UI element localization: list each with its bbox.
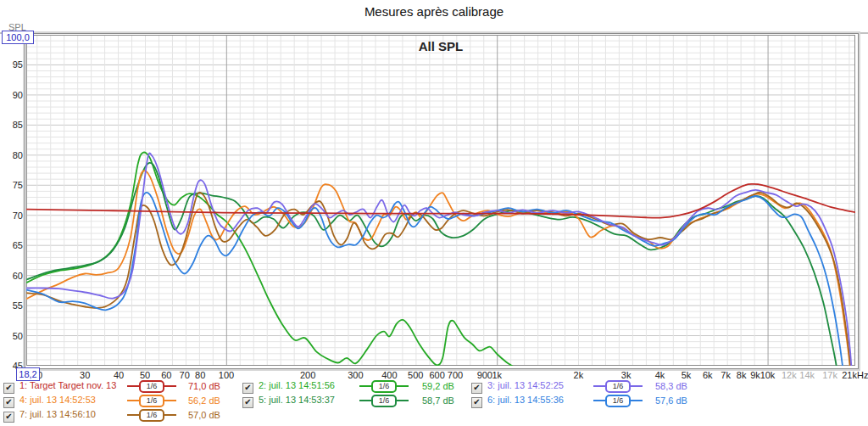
x-tick-label: 9k — [750, 370, 760, 380]
smoothing-badge: 1/6 — [139, 395, 164, 407]
y-tick-label: 65 — [1, 240, 23, 250]
y-tick-label: 80 — [1, 150, 23, 160]
x-tick-label: 60 — [161, 370, 171, 380]
x-tick-label: 700 — [448, 370, 463, 380]
trace-4 — [26, 171, 852, 366]
smoothing-badge: 1/6 — [605, 395, 631, 407]
legend-row: ✔7: juil. 13 14:56:10 — [3, 409, 96, 422]
legend-label: 3: juil. 13 14:52:25 — [487, 380, 564, 390]
legend-label: 7: juil. 13 14:56:10 — [19, 409, 96, 419]
graph-title: All SPL — [26, 39, 855, 53]
y-tick-label: 60 — [1, 271, 23, 281]
x-tick-label: 300 — [348, 370, 363, 380]
y-tick-label: 75 — [1, 180, 23, 190]
page-title: Mesures après calibrage — [0, 4, 868, 19]
y-tick-label: 55 — [1, 300, 23, 311]
x-tick-label: 17k — [822, 370, 837, 380]
legend-value: 58,7 dB — [422, 395, 454, 406]
smoothing-badge: 1/6 — [605, 380, 631, 393]
rew-spl-window: Mesures après calibrage All SPL SPL 100,… — [0, 0, 868, 426]
x-tick-label: 100 — [219, 370, 234, 380]
legend-value: 58,3 dB — [655, 381, 687, 391]
legend-label: 4: juil. 13 14:52:53 — [19, 395, 96, 405]
y-tick-label: 90 — [1, 90, 23, 100]
smoothing-control[interactable]: 1/6 — [593, 395, 643, 407]
legend-label: 5: juil. 13 14:53:37 — [259, 395, 335, 405]
x-tick-label: 200 — [300, 370, 315, 380]
x-tick-label: 10k — [760, 370, 776, 380]
legend-value: 59,2 dB — [422, 381, 454, 391]
x-tick-label: 21kHz — [842, 370, 868, 380]
legend-label: 2: juil. 13 14:51:56 — [259, 380, 335, 390]
smoothing-badge: 1/6 — [371, 380, 397, 393]
legend-row: ✔4: juil. 13 14:52:53 — [3, 395, 96, 407]
x-tick-label: 30 — [80, 370, 90, 380]
legend-label: 1: Target Target nov. 13 — [19, 380, 116, 390]
x-tick-label: 7k — [721, 370, 731, 380]
x-tick-label: 400 — [381, 370, 397, 380]
legend-checkbox[interactable]: ✔ — [3, 412, 14, 423]
legend-value: 71,0 dB — [188, 381, 220, 391]
x-tick-label: 600 — [429, 370, 444, 380]
x-tick-label: 70 — [180, 370, 190, 380]
x-tick-label: 2k — [574, 370, 584, 380]
legend-row: ✔2: juil. 13 14:51:56 — [242, 380, 335, 393]
x-axis-min-input[interactable]: 18,2 — [16, 367, 40, 381]
y-tick-label: 50 — [1, 331, 23, 341]
smoothing-badge: 1/6 — [371, 395, 397, 407]
smoothing-control[interactable]: 1/6 — [127, 409, 176, 422]
legend-value: 57,6 dB — [655, 395, 687, 406]
smoothing-control[interactable]: 1/6 — [359, 380, 409, 393]
x-tick-label: 8k — [737, 370, 747, 380]
legend-value: 57,0 dB — [188, 410, 220, 420]
legend-checkbox[interactable]: ✔ — [3, 383, 14, 394]
spl-plot-area[interactable] — [26, 35, 855, 366]
smoothing-control[interactable]: 1/6 — [359, 395, 409, 407]
y-tick-label: 95 — [1, 59, 23, 70]
legend-checkbox[interactable]: ✔ — [242, 383, 253, 394]
x-tick-label: 900 — [477, 370, 492, 380]
legend-value: 56,2 dB — [188, 395, 220, 406]
legend-checkbox[interactable]: ✔ — [471, 397, 482, 408]
y-tick-label: 70 — [1, 210, 23, 221]
x-tick-label: 6k — [703, 370, 713, 380]
x-tick-label: 14k — [799, 370, 815, 380]
legend-row: ✔1: Target Target nov. 13 — [3, 380, 116, 393]
smoothing-badge: 1/6 — [139, 380, 164, 393]
legend-checkbox[interactable]: ✔ — [3, 397, 14, 408]
x-tick-label: 50 — [140, 370, 150, 380]
x-tick-label: 500 — [408, 370, 423, 380]
y-tick-label: 85 — [1, 120, 23, 130]
smoothing-control[interactable]: 1/6 — [593, 380, 643, 393]
x-tick-label: 4k — [655, 370, 665, 380]
legend-row: ✔5: juil. 13 14:53:37 — [242, 395, 335, 407]
x-tick-label: 40 — [114, 370, 124, 380]
y-axis-max-input[interactable]: 100,0 — [2, 31, 34, 44]
legend-label: 6: juil. 13 14:55:36 — [487, 395, 564, 405]
legend: ✔1: Target Target nov. 131/671,0 dB✔4: j… — [0, 380, 868, 426]
smoothing-badge: 1/6 — [139, 409, 164, 422]
smoothing-control[interactable]: 1/6 — [127, 395, 176, 407]
legend-row: ✔6: juil. 13 14:55:36 — [471, 395, 564, 407]
trace-2 — [26, 153, 523, 366]
x-tick-label: 5k — [682, 370, 692, 380]
x-tick-label: 80 — [195, 370, 205, 380]
legend-row: ✔3: juil. 13 14:52:25 — [471, 380, 564, 393]
legend-checkbox[interactable]: ✔ — [242, 397, 253, 408]
smoothing-control[interactable]: 1/6 — [127, 380, 176, 393]
legend-checkbox[interactable]: ✔ — [471, 383, 482, 394]
x-tick-label: 1k — [492, 370, 502, 380]
trace-6 — [26, 193, 845, 366]
x-tick-label: 12k — [782, 370, 797, 380]
x-tick-label: 3k — [621, 370, 632, 380]
